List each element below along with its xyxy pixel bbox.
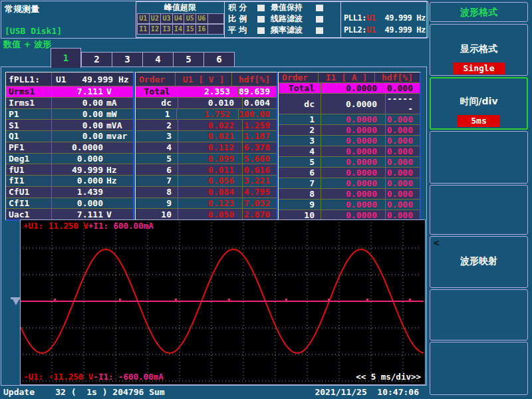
time-per-div-label: << 5 ms/div>> [356, 372, 421, 382]
table-row[interactable]: S10.00mVA [6, 119, 133, 130]
harmonic-value: 0.123 [178, 198, 243, 209]
scaling-label: 比 例 [228, 13, 256, 25]
channel-indicator-u4: U4 [173, 13, 185, 24]
measure-name: CfI1 [6, 198, 52, 209]
channel-indicator-u1: U1 [137, 13, 150, 24]
wave-mapping-button[interactable]: < 波形映射 [430, 236, 528, 288]
wave-mapping-label: 波形映射 [430, 255, 527, 267]
harmonic-value: 0.0000 [321, 136, 386, 146]
table-row[interactable]: P10.00mW [6, 108, 133, 120]
order-column-header: Order [279, 72, 319, 82]
harmonic-value: 0.021 [178, 131, 243, 142]
softkey-blank-2[interactable] [430, 185, 528, 235]
harmonic-value: 0.0000 [321, 94, 386, 114]
waveform-display: +U1: 11.250 V+I1: 600.00mA -U1: -11.250 … [20, 219, 426, 385]
tab-5[interactable]: 5 [173, 52, 204, 67]
harmonic-value: 0.011 [178, 164, 243, 175]
table-row: 30.0211.187 [136, 130, 277, 142]
integration-indicator [257, 5, 265, 11]
pll2-readout: PLL2:U1 49.999 Hz [344, 25, 426, 35]
harmonic-order: 9 [136, 198, 178, 209]
harmonic-hdf: 3.221 [243, 176, 277, 186]
table-row: dc0.0100.004 [136, 97, 277, 108]
harmonic-order: 1 [136, 109, 177, 120]
measure-value: 7.111 [52, 209, 103, 219]
display-format-label: 显示格式 [430, 43, 527, 55]
harmonic-hdf: 0.000 [386, 114, 420, 124]
table-row[interactable]: fI10.000Hz [6, 175, 133, 186]
table-row: 90.1237.032 [136, 198, 277, 209]
harmonic-order: 7 [136, 176, 178, 186]
harmonic-hdf: ------ [386, 94, 420, 114]
waveform-top-scale-label: +U1: 11.250 V+I1: 600.00mA [23, 221, 154, 231]
harmonic-hdf: 0.000 [386, 200, 420, 209]
harmonic-value: 0.0000 [321, 168, 386, 178]
harmonic-hdf: 89.639 [239, 86, 277, 96]
measure-name: fU1 [6, 164, 52, 175]
harmonic-order: 5 [279, 157, 321, 167]
measure-value: 7.111 [52, 86, 103, 96]
i1-column-header: I1 [ A ] [319, 72, 375, 82]
table-row: 60.0110.616 [136, 164, 277, 175]
harmonic-table-i1-header: Order I1 [ A ] hdf[%] [279, 72, 420, 82]
time-div-button[interactable]: 时间/div 5ms [430, 77, 528, 130]
i-channel-row: I1I2I3I4I5I6 [136, 24, 224, 35]
harmonic-value: 0.0000 [321, 178, 386, 188]
table-row[interactable]: Irms10.00mA [6, 97, 133, 108]
line-filter-indicator [316, 16, 323, 23]
table-row[interactable]: fU149.999Hz [6, 164, 133, 175]
measure-name: Deg1 [6, 154, 52, 164]
measure-value: 0.00 [52, 131, 103, 141]
table-row: 70.00000.000 [279, 178, 420, 188]
softkey-blank-1[interactable] [430, 131, 528, 184]
harmonic-hdf: 1.187 [243, 131, 277, 141]
table-row[interactable]: Urms17.111V [6, 86, 133, 97]
harmonic-hdf: 0.000 [386, 210, 420, 220]
table-row: 100.00000.000 [279, 209, 420, 220]
tab-4[interactable]: 4 [142, 52, 174, 67]
table-row: 50.00000.000 [279, 156, 420, 167]
table-row: Total0.00000.000 [279, 82, 420, 93]
harmonic-order: 1 [279, 114, 321, 124]
harmonic-order: 10 [136, 209, 178, 219]
trigger-marker-icon [13, 299, 19, 305]
harmonic-table-u1: Order U1 [ V ] hdf[%] Total2.35389.639dc… [135, 72, 278, 221]
channel-indicator-blank [208, 13, 224, 24]
harmonic-order: 3 [136, 131, 178, 142]
table-row[interactable]: Uac17.111V [6, 208, 133, 219]
table-row[interactable]: Q10.00mvar [6, 130, 133, 142]
measure-name: PF1 [6, 142, 52, 153]
harmonic-value: 0.084 [178, 187, 243, 198]
harmonic-hdf: 7.032 [243, 198, 277, 208]
tab-3[interactable]: 3 [112, 52, 143, 67]
harmonic-value: 0.010 [178, 98, 243, 108]
tab-2[interactable]: 2 [81, 52, 112, 67]
table-row[interactable]: CfI10.000 [6, 198, 133, 209]
time-div-label: 时间/div [431, 96, 527, 108]
harmonic-value: 0.099 [178, 154, 243, 164]
table-row[interactable]: PF10.0000 [6, 142, 133, 153]
measure-value: 49.999 [52, 165, 103, 175]
channel-indicator-i3: I3 [161, 24, 173, 35]
harmonic-hdf: 0.000 [386, 168, 420, 178]
harmonic-hdf: 0.000 [386, 189, 420, 199]
measure-name: CfU1 [6, 187, 52, 198]
tab-6[interactable]: 6 [203, 52, 235, 67]
table-row[interactable]: Deg10.000 [6, 153, 133, 164]
update-status: Update 32 ( 1s ) 204796 Sum [3, 387, 165, 397]
tab-1[interactable]: 1 [51, 48, 81, 68]
channel-indicator-i1: I1 [137, 24, 150, 35]
harmonic-order: 3 [279, 136, 321, 146]
harmonic-order: 8 [136, 187, 178, 198]
display-format-button[interactable]: 显示格式 Single [430, 24, 528, 76]
table-row: dc0.0000------ [279, 93, 420, 114]
softkey-blank-3[interactable] [430, 289, 528, 340]
measure-unit: mVA [103, 120, 133, 130]
mode-indicator-panel: 积 分 最值保持 比 例 线路滤波 平 均 频率滤波 [224, 1, 341, 38]
measure-unit: V [103, 86, 133, 96]
table-row[interactable]: CfU11.439 [6, 186, 133, 198]
softkey-blank-4[interactable] [430, 342, 528, 395]
channel-indicator-blank [208, 24, 224, 35]
harmonic-value: 0.0000 [321, 200, 386, 209]
harmonic-order: dc [136, 98, 178, 108]
